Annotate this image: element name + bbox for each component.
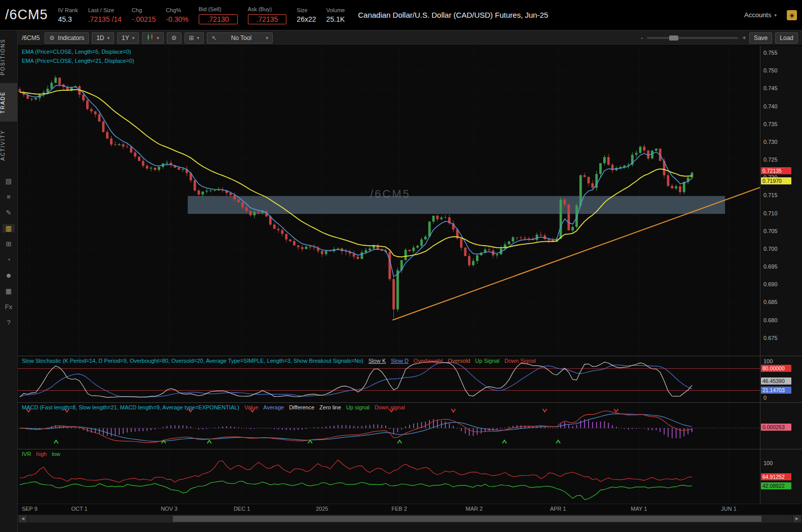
indicators-button[interactable]: ⚙ Indicators bbox=[45, 32, 89, 44]
price-axis[interactable]: 0.7550.7500.7450.7400.7350.7300.7250.720… bbox=[760, 46, 802, 356]
sidebar-tab-activity[interactable]: ACTIVITY bbox=[0, 122, 17, 169]
volume-field: Volume 25.1K bbox=[326, 7, 345, 23]
symbol-title: /6CM5 bbox=[5, 7, 48, 23]
ask-button[interactable]: Ask (Buy) .72135 bbox=[248, 6, 287, 24]
fx-icon[interactable]: Fx bbox=[3, 302, 15, 311]
iv-rank-field: IV Rank 45.3 bbox=[58, 7, 78, 23]
chg-pct-field: Chg% -0.30% bbox=[166, 7, 188, 23]
axis-tick: 0.740 bbox=[763, 103, 778, 110]
time-axis-label: JUN 1 bbox=[721, 506, 737, 512]
stochastic-legend: Slow Stochastic (K Period=14, D Period=9… bbox=[22, 358, 536, 364]
scroll-left-button[interactable]: ◀ bbox=[19, 515, 27, 522]
axis-tick: 0.700 bbox=[763, 245, 778, 252]
chg-pct-value: -0.30% bbox=[166, 15, 188, 23]
axis-tick: 0.675 bbox=[763, 334, 778, 341]
macd-title[interactable]: MACD (Fast length=8, Slow length=21, MAC… bbox=[22, 404, 239, 410]
pattern-grid-icon: ⊞ bbox=[189, 34, 194, 42]
save-button[interactable]: Save bbox=[749, 32, 772, 44]
axis-tick: 0.755 bbox=[763, 49, 778, 56]
working-orders-icon[interactable]: ≡ bbox=[3, 193, 15, 201]
scrollbar-track[interactable] bbox=[28, 515, 792, 522]
status-strip bbox=[18, 523, 802, 532]
apps-icon[interactable]: ⊞ bbox=[3, 240, 15, 248]
zoom-slider[interactable] bbox=[647, 37, 738, 39]
sidebar-tab-positions[interactable]: POSITIONS bbox=[0, 30, 17, 83]
chevron-down-icon: ▾ bbox=[132, 35, 135, 41]
community-icon[interactable]: ☻ bbox=[3, 271, 15, 280]
time-axis-label: SEP 9 bbox=[22, 506, 38, 512]
ema21-label[interactable]: EMA (Price=CLOSE, Length=21, Displace=0) bbox=[22, 58, 134, 64]
time-axis-label: OCT 1 bbox=[71, 506, 87, 512]
range-dropdown[interactable]: 1Y ▾ bbox=[117, 32, 139, 44]
pattern-dropdown[interactable]: ⊞ ▾ bbox=[185, 32, 204, 44]
time-axis-label: NOV 3 bbox=[161, 506, 177, 512]
iv-rank-value: 45.3 bbox=[58, 15, 72, 23]
gear-icon: ⚙ bbox=[171, 34, 177, 42]
axis-tick: 0.750 bbox=[763, 67, 778, 74]
sidebar-tab-trade[interactable]: TRADE bbox=[0, 83, 17, 122]
bid-button[interactable]: Bid (Sell) .72130 bbox=[199, 6, 238, 24]
notes-icon[interactable]: ▤ bbox=[3, 177, 15, 185]
bid-value[interactable]: .72130 bbox=[199, 14, 238, 24]
help-icon[interactable]: ? bbox=[3, 318, 15, 327]
app-icon[interactable]: ◈ bbox=[787, 10, 797, 20]
axis-tick: 0.705 bbox=[763, 227, 778, 235]
axis-tick: 0.735 bbox=[763, 121, 778, 128]
ivr-title[interactable]: IVR bbox=[22, 451, 31, 457]
axis-value-badge: 21.14703 bbox=[761, 387, 791, 394]
load-button[interactable]: Load bbox=[775, 32, 798, 44]
axis-tick: 100 bbox=[763, 460, 773, 467]
ema5-label[interactable]: EMA (Price=CLOSE, Length=5, Displace=0) bbox=[22, 49, 131, 55]
zoom-out-button[interactable]: - bbox=[641, 34, 643, 42]
chart-settings-button[interactable]: ⚙ bbox=[167, 32, 181, 44]
last-size-field: Last / Size .72135 /14 bbox=[88, 7, 122, 23]
sidebar-icon-rail: ▤≡✎▥⊞◔☻▦Fx? bbox=[3, 177, 15, 327]
toolbar-symbol: /6CM5 bbox=[22, 34, 40, 42]
cursor-icon: ↖ bbox=[211, 34, 216, 42]
macd-axis: 0.000253 bbox=[760, 403, 802, 449]
time-axis-label: 2025 bbox=[316, 506, 328, 512]
trading-app: /6CM5 IV Rank 45.3 Last / Size .72135 /1… bbox=[0, 0, 802, 532]
history-icon[interactable]: ◔ bbox=[3, 255, 15, 264]
study-labels: EMA (Price=CLOSE, Length=5, Displace=0) … bbox=[22, 49, 134, 64]
iv-rank-label: IV Rank bbox=[58, 7, 78, 13]
timeframe-dropdown[interactable]: 1D ▾ bbox=[92, 32, 114, 44]
scroll-right-button[interactable]: ▶ bbox=[793, 515, 801, 522]
calendar-icon[interactable]: ▦ bbox=[3, 287, 15, 295]
chevron-down-icon: ▾ bbox=[774, 13, 777, 18]
axis-value-badge: 0.72135 bbox=[761, 167, 791, 174]
chevron-down-icon: ▾ bbox=[157, 35, 159, 41]
axis-value-badge: 64.91252 bbox=[761, 473, 791, 480]
axis-value-badge: 80.00000 bbox=[761, 365, 791, 372]
time-axis-label: MAR 2 bbox=[466, 506, 483, 512]
axis-tick: 0.680 bbox=[763, 317, 778, 324]
stochastic-axis: 10080.0000046.4539021.147030 bbox=[760, 356, 802, 402]
axis-tick: 0.690 bbox=[763, 281, 778, 288]
macd-panel: MACD (Fast length=8, Slow length=21, MAC… bbox=[18, 402, 802, 449]
axis-tick: 0.695 bbox=[763, 263, 778, 270]
axis-value-badge: 0.000253 bbox=[761, 424, 791, 431]
accounts-dropdown[interactable]: Accounts ▾ bbox=[744, 11, 777, 19]
contract-description: Canadian Dollar/U.S. Dollar (CAD/USD) Fu… bbox=[358, 11, 548, 19]
axis-tick: 100 bbox=[763, 358, 773, 365]
stochastic-title[interactable]: Slow Stochastic (K Period=14, D Period=9… bbox=[22, 358, 363, 364]
chart-icon[interactable]: ▥ bbox=[3, 224, 15, 233]
ask-value[interactable]: .72135 bbox=[248, 14, 287, 24]
zoom-in-button[interactable]: + bbox=[742, 34, 746, 42]
chart-style-dropdown[interactable]: ▾ bbox=[142, 32, 164, 44]
axis-tick: 0.685 bbox=[763, 298, 778, 306]
chg-value: -.00215 bbox=[132, 15, 156, 23]
drawing-tool-dropdown[interactable]: ↖ No Tool ▾ bbox=[207, 32, 273, 44]
price-chart-canvas[interactable]: /6CM5 bbox=[18, 46, 760, 356]
stochastic-panel: Slow Stochastic (K Period=14, D Period=9… bbox=[18, 356, 802, 402]
chevron-down-icon: ▾ bbox=[107, 35, 110, 41]
zoom-slider-thumb[interactable] bbox=[669, 35, 678, 41]
indicators-icon: ⚙ bbox=[49, 34, 55, 42]
chart-toolbar: /6CM5 ⚙ Indicators 1D ▾ 1Y ▾ ▾ bbox=[18, 30, 802, 46]
chevron-down-icon: ▾ bbox=[197, 35, 200, 41]
axis-value-badge: 46.45390 bbox=[761, 377, 791, 385]
ivr-canvas[interactable] bbox=[18, 449, 760, 504]
scrollbar-thumb[interactable] bbox=[173, 516, 761, 522]
drawings-icon[interactable]: ✎ bbox=[3, 208, 15, 217]
time-axis-label: DEC 1 bbox=[234, 506, 250, 512]
